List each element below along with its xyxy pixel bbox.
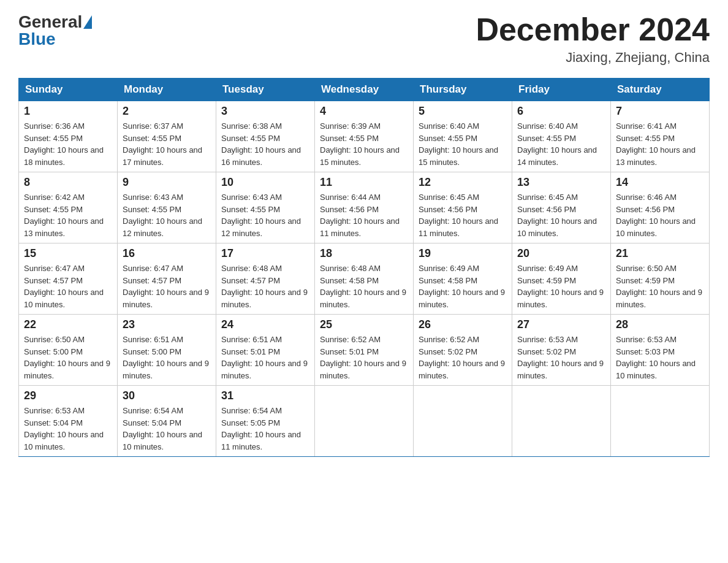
- day-info: Sunrise: 6:45 AMSunset: 4:56 PMDaylight:…: [517, 193, 597, 238]
- table-row: 21 Sunrise: 6:50 AMSunset: 4:59 PMDaylig…: [611, 243, 710, 315]
- calendar-table: Sunday Monday Tuesday Wednesday Thursday…: [18, 78, 710, 457]
- day-info: Sunrise: 6:48 AMSunset: 4:57 PMDaylight:…: [221, 264, 308, 309]
- table-row: 31 Sunrise: 6:54 AMSunset: 5:05 PMDaylig…: [216, 386, 315, 457]
- header-monday: Monday: [118, 79, 216, 101]
- table-row: 30 Sunrise: 6:54 AMSunset: 5:04 PMDaylig…: [118, 386, 216, 457]
- day-number: 12: [419, 176, 507, 189]
- calendar-week-row: 29 Sunrise: 6:53 AMSunset: 5:04 PMDaylig…: [19, 386, 710, 457]
- day-info: Sunrise: 6:51 AMSunset: 5:01 PMDaylight:…: [221, 335, 308, 380]
- day-info: Sunrise: 6:40 AMSunset: 4:55 PMDaylight:…: [419, 121, 498, 167]
- day-info: Sunrise: 6:40 AMSunset: 4:55 PMDaylight:…: [517, 121, 597, 167]
- header-friday: Friday: [512, 79, 611, 101]
- day-info: Sunrise: 6:44 AMSunset: 4:56 PMDaylight:…: [320, 193, 400, 238]
- day-number: 29: [24, 389, 112, 402]
- day-info: Sunrise: 6:46 AMSunset: 4:56 PMDaylight:…: [616, 193, 696, 238]
- day-info: Sunrise: 6:38 AMSunset: 4:55 PMDaylight:…: [221, 121, 301, 167]
- table-row: 3 Sunrise: 6:38 AMSunset: 4:55 PMDayligh…: [216, 101, 315, 172]
- day-number: 13: [517, 176, 605, 189]
- day-number: 28: [616, 318, 704, 331]
- logo-blue-text: Blue: [18, 29, 56, 49]
- day-info: Sunrise: 6:47 AMSunset: 4:57 PMDaylight:…: [123, 264, 209, 309]
- day-info: Sunrise: 6:53 AMSunset: 5:03 PMDaylight:…: [616, 335, 696, 380]
- table-row: 18 Sunrise: 6:48 AMSunset: 4:58 PMDaylig…: [315, 243, 414, 315]
- day-info: Sunrise: 6:39 AMSunset: 4:55 PMDaylight:…: [320, 121, 400, 167]
- day-number: 11: [320, 176, 408, 189]
- month-title: December 2024: [476, 12, 710, 47]
- day-number: 9: [123, 176, 211, 189]
- day-info: Sunrise: 6:49 AMSunset: 4:58 PMDaylight:…: [419, 264, 505, 309]
- day-number: 30: [123, 389, 211, 402]
- calendar-week-row: 1 Sunrise: 6:36 AMSunset: 4:55 PMDayligh…: [19, 101, 710, 172]
- day-number: 23: [123, 318, 211, 331]
- day-number: 8: [24, 176, 112, 189]
- calendar-week-row: 8 Sunrise: 6:42 AMSunset: 4:55 PMDayligh…: [19, 172, 710, 243]
- table-row: 26 Sunrise: 6:52 AMSunset: 5:02 PMDaylig…: [414, 315, 512, 386]
- day-number: 6: [517, 105, 605, 118]
- table-row: 22 Sunrise: 6:50 AMSunset: 5:00 PMDaylig…: [19, 315, 118, 386]
- day-info: Sunrise: 6:43 AMSunset: 4:55 PMDaylight:…: [221, 193, 301, 238]
- calendar-week-row: 15 Sunrise: 6:47 AMSunset: 4:57 PMDaylig…: [19, 243, 710, 315]
- table-row: 23 Sunrise: 6:51 AMSunset: 5:00 PMDaylig…: [118, 315, 216, 386]
- day-number: 27: [517, 318, 605, 331]
- table-row: [611, 386, 710, 457]
- day-number: 3: [221, 105, 309, 118]
- title-section: December 2024 Jiaxing, Zhejiang, China: [476, 12, 710, 66]
- day-number: 4: [320, 105, 408, 118]
- day-number: 2: [123, 105, 211, 118]
- day-number: 18: [320, 247, 408, 260]
- day-info: Sunrise: 6:43 AMSunset: 4:55 PMDaylight:…: [123, 193, 202, 238]
- table-row: [414, 386, 512, 457]
- header-saturday: Saturday: [611, 79, 710, 101]
- day-info: Sunrise: 6:50 AMSunset: 4:59 PMDaylight:…: [616, 264, 702, 309]
- table-row: 10 Sunrise: 6:43 AMSunset: 4:55 PMDaylig…: [216, 172, 315, 243]
- table-row: 17 Sunrise: 6:48 AMSunset: 4:57 PMDaylig…: [216, 243, 315, 315]
- header-sunday: Sunday: [19, 79, 118, 101]
- day-info: Sunrise: 6:49 AMSunset: 4:59 PMDaylight:…: [517, 264, 604, 309]
- day-number: 26: [419, 318, 507, 331]
- table-row: [512, 386, 611, 457]
- day-number: 22: [24, 318, 112, 331]
- day-number: 7: [616, 105, 704, 118]
- logo: General Blue: [18, 12, 92, 49]
- table-row: 6 Sunrise: 6:40 AMSunset: 4:55 PMDayligh…: [512, 101, 611, 172]
- day-info: Sunrise: 6:42 AMSunset: 4:55 PMDaylight:…: [24, 193, 104, 238]
- day-info: Sunrise: 6:53 AMSunset: 5:02 PMDaylight:…: [517, 335, 604, 380]
- header-tuesday: Tuesday: [216, 79, 315, 101]
- day-info: Sunrise: 6:45 AMSunset: 4:56 PMDaylight:…: [419, 193, 498, 238]
- table-row: [315, 386, 414, 457]
- day-number: 21: [616, 247, 704, 260]
- header-wednesday: Wednesday: [315, 79, 414, 101]
- calendar-header-row: Sunday Monday Tuesday Wednesday Thursday…: [19, 79, 710, 101]
- day-info: Sunrise: 6:48 AMSunset: 4:58 PMDaylight:…: [320, 264, 406, 309]
- table-row: 24 Sunrise: 6:51 AMSunset: 5:01 PMDaylig…: [216, 315, 315, 386]
- day-number: 20: [517, 247, 605, 260]
- header-thursday: Thursday: [414, 79, 512, 101]
- table-row: 28 Sunrise: 6:53 AMSunset: 5:03 PMDaylig…: [611, 315, 710, 386]
- table-row: 1 Sunrise: 6:36 AMSunset: 4:55 PMDayligh…: [19, 101, 118, 172]
- table-row: 27 Sunrise: 6:53 AMSunset: 5:02 PMDaylig…: [512, 315, 611, 386]
- location-text: Jiaxing, Zhejiang, China: [476, 50, 710, 66]
- day-info: Sunrise: 6:54 AMSunset: 5:05 PMDaylight:…: [221, 406, 301, 451]
- day-number: 24: [221, 318, 309, 331]
- day-number: 25: [320, 318, 408, 331]
- day-number: 19: [419, 247, 507, 260]
- day-number: 14: [616, 176, 704, 189]
- table-row: 29 Sunrise: 6:53 AMSunset: 5:04 PMDaylig…: [19, 386, 118, 457]
- day-info: Sunrise: 6:51 AMSunset: 5:00 PMDaylight:…: [123, 335, 209, 380]
- day-number: 15: [24, 247, 112, 260]
- day-info: Sunrise: 6:53 AMSunset: 5:04 PMDaylight:…: [24, 406, 104, 451]
- day-info: Sunrise: 6:52 AMSunset: 5:02 PMDaylight:…: [419, 335, 505, 380]
- day-info: Sunrise: 6:50 AMSunset: 5:00 PMDaylight:…: [24, 335, 110, 380]
- table-row: 19 Sunrise: 6:49 AMSunset: 4:58 PMDaylig…: [414, 243, 512, 315]
- day-info: Sunrise: 6:47 AMSunset: 4:57 PMDaylight:…: [24, 264, 104, 309]
- day-number: 17: [221, 247, 309, 260]
- table-row: 2 Sunrise: 6:37 AMSunset: 4:55 PMDayligh…: [118, 101, 216, 172]
- logo-triangle-icon: [83, 15, 92, 29]
- calendar-week-row: 22 Sunrise: 6:50 AMSunset: 5:00 PMDaylig…: [19, 315, 710, 386]
- table-row: 4 Sunrise: 6:39 AMSunset: 4:55 PMDayligh…: [315, 101, 414, 172]
- table-row: 5 Sunrise: 6:40 AMSunset: 4:55 PMDayligh…: [414, 101, 512, 172]
- table-row: 25 Sunrise: 6:52 AMSunset: 5:01 PMDaylig…: [315, 315, 414, 386]
- table-row: 8 Sunrise: 6:42 AMSunset: 4:55 PMDayligh…: [19, 172, 118, 243]
- day-number: 5: [419, 105, 507, 118]
- day-info: Sunrise: 6:37 AMSunset: 4:55 PMDaylight:…: [123, 121, 202, 167]
